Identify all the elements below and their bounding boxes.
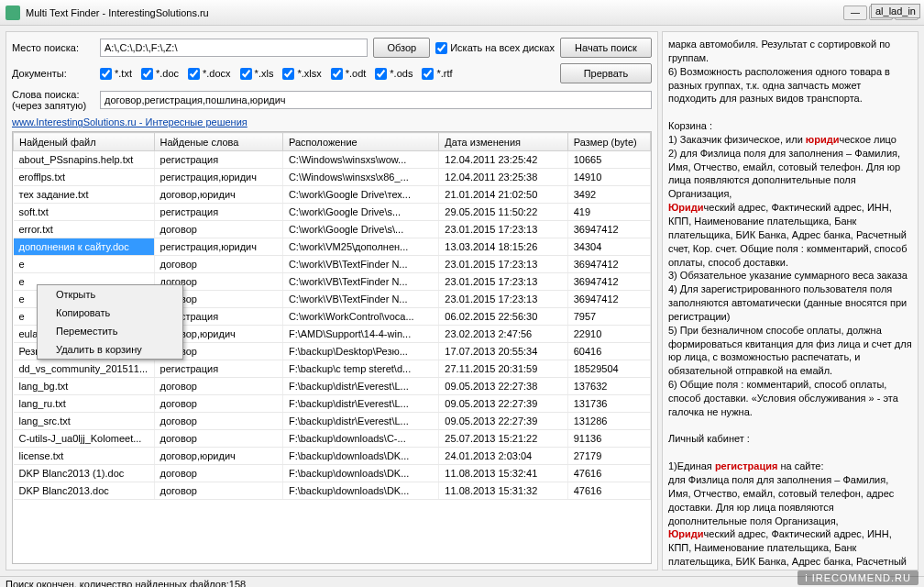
table-row[interactable]: C-utils-J_ua0ljj_Kolomeet...договорF:\ba… [14, 430, 651, 448]
ext-check[interactable]: *.ods [375, 68, 412, 80]
table-row[interactable]: about_PSsnapins.help.txtрегистрацияC:\Wi… [14, 151, 651, 169]
ext-check[interactable]: *.xlsx [282, 68, 321, 80]
table-row[interactable]: dd_vs_community_201511...регистрацияF:\b… [14, 360, 651, 378]
menu-item[interactable]: Удалить в корзину [38, 340, 182, 359]
table-row[interactable]: lang_bg.txtдоговорF:\backup\distr\Everes… [14, 378, 651, 395]
ext-check[interactable]: *.xls [240, 68, 274, 80]
minimize-button[interactable]: — [843, 6, 867, 20]
column-header[interactable]: Найденый файл [14, 133, 155, 151]
table-row[interactable]: lang_ru.txtдоговорF:\backup\distr\Everes… [14, 395, 651, 413]
menu-item[interactable]: Открыть [38, 285, 182, 304]
ext-check[interactable]: *.docx [188, 68, 231, 80]
ext-check[interactable]: *.txt [100, 68, 132, 80]
ext-check[interactable]: *.rtf [422, 68, 452, 80]
column-header[interactable]: Расположение [282, 133, 438, 151]
table-row[interactable]: DKP Blanc2013 (1).docдоговорF:\backup\do… [14, 465, 651, 482]
title-bar: Multi Text Finder - InterestingSolutions… [0, 0, 924, 26]
place-label: Место поиска: [12, 42, 94, 53]
start-button[interactable]: Начать поиск [560, 38, 652, 58]
table-row[interactable]: error.txtдоговорC:\work\Google Drive\s\.… [14, 221, 651, 238]
table-row[interactable]: eдоговорC:\work\VB\TextFinder N...23.01.… [14, 256, 651, 273]
table-row[interactable]: lang_src.txtдоговорF:\backup\distr\Evere… [14, 413, 651, 430]
status-bar: Поиск окончен, количество найденных файл… [0, 576, 924, 587]
words-label: Слова поиска: (через запятую) [12, 89, 94, 111]
column-header[interactable]: Дата изменения [439, 133, 567, 151]
table-row[interactable]: soft.txtрегистрацияC:\work\Google Drive\… [14, 204, 651, 221]
preview-panel: марка автомобиля. Результат с сортировко… [662, 31, 918, 570]
table-row[interactable]: DKP Blanc2013.docдоговорF:\backup\downlo… [14, 482, 651, 500]
user-tag: al_lad_in [871, 4, 920, 18]
site-link[interactable]: www.InterestingSolutions.ru - Интересные… [12, 116, 248, 127]
table-row[interactable]: дополнения к сайту.docрегистрация,юридич… [14, 238, 651, 256]
ext-check[interactable]: *.doc [141, 68, 179, 80]
place-input[interactable] [100, 39, 368, 57]
column-header[interactable]: Найденые слова [154, 133, 282, 151]
column-header[interactable]: Размер (byte) [567, 133, 650, 151]
words-input[interactable] [100, 91, 652, 109]
menu-item[interactable]: Переместить [38, 322, 182, 340]
table-row[interactable]: тех задание.txtдоговор,юридичC:\work\Goo… [14, 186, 651, 204]
table-row[interactable]: erofflps.txtрегистрация,юридичC:\Windows… [14, 169, 651, 186]
menu-item[interactable]: Копировать [38, 304, 182, 322]
window-title: Multi Text Finder - InterestingSolutions… [26, 7, 843, 18]
context-menu: ОткрытьКопироватьПереместитьУдалить в ко… [37, 284, 183, 360]
all-disks-check[interactable]: Искать на всех дисках [435, 42, 555, 54]
browse-button[interactable]: Обзор [373, 38, 430, 58]
docs-label: Документы: [12, 68, 94, 79]
stop-button[interactable]: Прервать [560, 63, 652, 83]
table-row[interactable]: license.txtдоговор,юридичF:\backup\downl… [14, 448, 651, 465]
ext-check[interactable]: *.odt [331, 68, 367, 80]
app-icon [6, 6, 20, 20]
watermark: i IRECOMMEND.RU [798, 570, 918, 585]
